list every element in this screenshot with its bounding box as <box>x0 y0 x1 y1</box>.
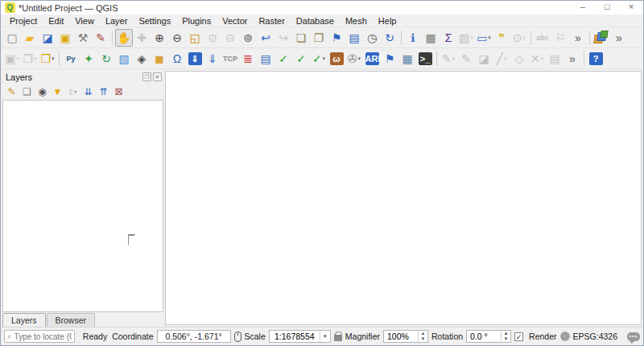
toggle-editing-dropdown-icon[interactable]: ▾ <box>452 56 456 62</box>
3d-cube-button[interactable]: ◼ <box>151 50 168 68</box>
layer-overlap-dropdown-icon[interactable]: ▾ <box>52 56 55 62</box>
zoom-out-button[interactable]: ⊖ <box>168 29 186 47</box>
menu-mesh[interactable]: Mesh <box>340 15 373 27</box>
collapse-all-button[interactable]: ⇈ <box>96 84 111 99</box>
measure-button[interactable]: ▭▾ <box>475 29 493 47</box>
raster-image-button[interactable]: ▤ <box>257 50 275 68</box>
processing-history-button[interactable]: ↻ <box>97 50 115 68</box>
magnifier-input[interactable] <box>384 332 418 341</box>
map-tips-button[interactable]: ❞ <box>493 29 510 47</box>
rotation-input[interactable] <box>467 332 501 341</box>
mouse-position-icon[interactable] <box>234 332 242 342</box>
render-checkbox[interactable]: ✓ <box>514 332 523 341</box>
map-theme-button[interactable]: ▧ <box>115 50 133 68</box>
new-shapefile-button[interactable]: ✦ <box>80 50 97 68</box>
menu-help[interactable]: Help <box>373 15 402 27</box>
filter-by-expression-dropdown-icon[interactable]: ▾ <box>74 89 76 94</box>
check-quality-button[interactable]: ✓ <box>292 50 310 68</box>
toolbar-overflow-2-button[interactable]: » <box>610 29 628 47</box>
menu-raster[interactable]: Raster <box>253 15 290 27</box>
manage-map-themes-button[interactable]: ◉ <box>35 84 50 99</box>
raster-grid-button[interactable]: ▦ <box>398 50 416 68</box>
minimize-button[interactable]: – <box>571 1 595 14</box>
scale-combobox[interactable]: ▾ <box>269 330 331 343</box>
rotation-spin-buttons[interactable]: ▲▼ <box>501 331 510 342</box>
menu-plugins[interactable]: Plugins <box>176 15 217 27</box>
vertex-tool-dropdown-icon[interactable]: ▾ <box>541 56 544 62</box>
remove-layer-button[interactable]: ⊠ <box>111 84 126 99</box>
layout-manager-button[interactable]: ⚒ <box>74 29 92 47</box>
lock-scale-icon[interactable] <box>334 335 342 341</box>
locate-input[interactable] <box>14 332 72 341</box>
tab-layers[interactable]: Layers <box>2 313 46 327</box>
pan-map-button[interactable]: ✋ <box>115 29 133 47</box>
coordinate-input[interactable] <box>157 330 231 343</box>
zoom-full-button[interactable]: ◱ <box>186 29 204 47</box>
statistical-summary-button[interactable]: Σ <box>440 29 457 47</box>
layer-overlap-button[interactable]: ❒▾ <box>39 50 56 68</box>
menu-view[interactable]: View <box>69 15 100 27</box>
tab-browser[interactable]: Browser <box>47 313 96 327</box>
select-by-form-dropdown-icon[interactable]: ▾ <box>16 56 19 62</box>
help-button[interactable]: ? <box>587 50 605 68</box>
measure-dropdown-icon[interactable]: ▾ <box>488 35 491 41</box>
python-console-button[interactable]: Py <box>62 50 80 68</box>
import-layer-button[interactable]: ⇓ <box>186 50 204 68</box>
layers-tree[interactable] <box>2 100 163 312</box>
menu-layer[interactable]: Layer <box>100 15 134 27</box>
menu-settings[interactable]: Settings <box>133 15 176 27</box>
legend-bars-button[interactable]: ≣ <box>239 50 257 68</box>
osm-fox-button[interactable]: ω <box>328 50 345 68</box>
panel-close-button[interactable]: ✕ <box>153 72 162 81</box>
select-features-dropdown-icon[interactable]: ▾ <box>470 35 473 41</box>
identify-features-button[interactable]: ℹ <box>404 29 422 47</box>
menu-project[interactable]: Project <box>4 15 43 27</box>
show-bookmarks-button[interactable]: ▤ <box>345 29 363 47</box>
menu-database[interactable]: Database <box>291 15 340 27</box>
snapping-magnet-button[interactable]: Ω <box>168 50 186 68</box>
geometry-checker-button[interactable]: ◈ <box>133 50 151 68</box>
open-attribute-table-button[interactable]: ▦ <box>422 29 440 47</box>
attachment-button[interactable]: ✇▾ <box>345 50 363 68</box>
temporal-controller-button[interactable]: ◷ <box>363 29 381 47</box>
terminal-button[interactable]: >_ <box>416 50 434 68</box>
save-project-button[interactable]: ◪ <box>39 29 56 47</box>
tcp-connection-button[interactable]: TCP <box>221 50 239 68</box>
open-project-button[interactable]: ▰ <box>21 29 39 47</box>
close-button[interactable]: × <box>619 1 643 14</box>
scale-dropdown-icon[interactable]: ▾ <box>320 331 330 342</box>
toolbar-overflow-button[interactable]: » <box>569 29 587 47</box>
maximize-button[interactable]: □ <box>595 1 619 14</box>
zoom-in-button[interactable]: ⊕ <box>151 29 168 47</box>
new-map-view-button[interactable]: ❏ <box>292 29 310 47</box>
new-3d-map-view-button[interactable]: ❐ <box>310 29 328 47</box>
zoom-native-button[interactable]: ⊚ <box>239 29 257 47</box>
rotation-spinner[interactable]: ▲▼ <box>466 330 511 343</box>
expand-all-button[interactable]: ⇊ <box>80 84 96 99</box>
new-bookmark-button[interactable]: ⚑ <box>328 29 345 47</box>
open-layer-styling-button[interactable]: ✎ <box>4 84 19 99</box>
attachment-dropdown-icon[interactable]: ▾ <box>358 56 361 62</box>
new-print-layout-button[interactable]: ▣ <box>56 29 74 47</box>
refresh-map-button[interactable]: ↻ <box>381 29 398 47</box>
magnifier-spinner[interactable]: ▲▼ <box>383 330 428 343</box>
magnifier-spin-buttons[interactable]: ▲▼ <box>418 331 427 342</box>
menu-edit[interactable]: Edit <box>43 15 69 27</box>
data-source-manager-button[interactable] <box>592 29 610 47</box>
check-digitizing-button[interactable]: ✓ <box>275 50 292 68</box>
check-topology-dropdown-icon[interactable]: ▾ <box>323 56 326 62</box>
menu-vector[interactable]: Vector <box>217 15 253 27</box>
import-page-button[interactable]: ⇓ <box>204 50 221 68</box>
crs-status[interactable]: EPSG:4326 <box>573 332 617 341</box>
messages-log-icon[interactable]: ••• <box>627 332 640 341</box>
panel-float-button[interactable]: ❐ <box>142 72 151 81</box>
add-line-dropdown-icon[interactable]: ▾ <box>504 56 507 62</box>
zoom-last-button[interactable]: ↩ <box>257 29 275 47</box>
copy-features-dropdown-icon[interactable]: ▾ <box>34 56 37 62</box>
add-group-button[interactable]: ❏ <box>19 84 35 99</box>
scale-input[interactable] <box>270 332 320 341</box>
toolbar2-overflow-button[interactable]: » <box>564 50 581 68</box>
filter-legend-button[interactable]: ▼ <box>50 84 65 99</box>
arr-plugin-button[interactable]: ARR <box>363 50 381 68</box>
check-topology-button[interactable]: ✓▾ <box>310 50 328 68</box>
